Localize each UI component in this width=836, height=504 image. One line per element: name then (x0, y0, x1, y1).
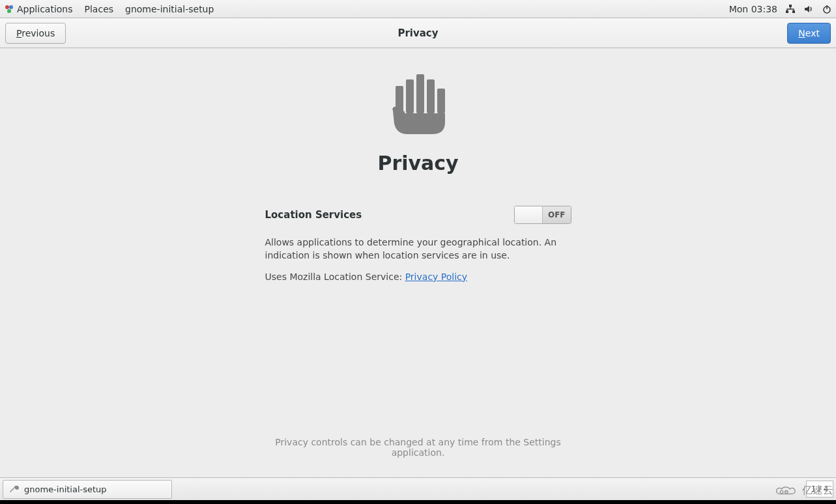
location-services-switch[interactable]: OFF (514, 206, 571, 224)
app-menu-label: gnome-initial-setup (125, 4, 214, 14)
hero: Privacy (377, 74, 458, 175)
previous-rest: revious (22, 28, 55, 38)
clock[interactable]: Mon 03:38 (729, 4, 777, 14)
workspace-label: 1 / 4 (811, 484, 829, 494)
page-title: Privacy (377, 152, 458, 175)
switch-state-label: OFF (543, 206, 571, 223)
previous-mnemonic: P (16, 28, 22, 38)
svg-rect-10 (416, 74, 424, 113)
location-services-row: Location Services OFF (265, 206, 571, 224)
svg-point-0 (5, 5, 9, 9)
top-panel: Applications Places gnome-initial-setup … (0, 0, 836, 18)
next-button[interactable]: Next (787, 23, 831, 44)
headerbar-title: Privacy (0, 27, 836, 39)
location-service-line: Uses Mozilla Location Service: Privacy P… (265, 272, 571, 282)
bottom-strip (0, 500, 836, 504)
power-icon[interactable] (822, 4, 832, 14)
privacy-hand-icon (390, 74, 446, 136)
taskbar: gnome-initial-setup 1 / 4 (0, 477, 836, 500)
settings-block: Location Services OFF Allows application… (265, 206, 571, 282)
volume-icon[interactable] (803, 4, 814, 14)
svg-point-2 (7, 9, 11, 13)
previous-button[interactable]: Previous (5, 23, 66, 44)
location-services-description: Allows applications to determine your ge… (265, 236, 571, 262)
app-menu[interactable]: gnome-initial-setup (125, 4, 214, 14)
svg-rect-5 (792, 10, 795, 13)
places-menu[interactable]: Places (85, 4, 114, 14)
main-content: Privacy Location Services OFF Allows app… (0, 48, 836, 477)
next-mnemonic: N (798, 28, 805, 38)
distro-icon (4, 4, 14, 14)
service-prefix: Uses Mozilla Location Service: (265, 272, 405, 282)
headerbar: Previous Privacy Next (0, 18, 836, 48)
svg-rect-11 (427, 79, 435, 113)
applications-label: Applications (17, 4, 73, 14)
privacy-policy-link[interactable]: Privacy Policy (405, 272, 467, 282)
network-icon[interactable] (785, 4, 796, 14)
location-services-label: Location Services (265, 209, 362, 221)
task-label: gnome-initial-setup (24, 484, 107, 494)
svg-point-1 (9, 5, 13, 9)
applications-menu[interactable]: Applications (4, 4, 73, 14)
footer-note: Privacy controls can be changed at any t… (265, 437, 571, 458)
svg-rect-4 (786, 10, 788, 13)
switch-knob (515, 206, 543, 223)
next-rest: ext (805, 28, 820, 38)
task-button-initial-setup[interactable]: gnome-initial-setup (3, 480, 172, 499)
places-label: Places (85, 4, 114, 14)
svg-rect-12 (437, 89, 445, 113)
workspace-indicator[interactable]: 1 / 4 (806, 481, 833, 497)
svg-rect-9 (406, 79, 414, 113)
svg-rect-7 (826, 5, 828, 9)
svg-rect-3 (789, 5, 792, 7)
wrench-icon (8, 484, 19, 494)
